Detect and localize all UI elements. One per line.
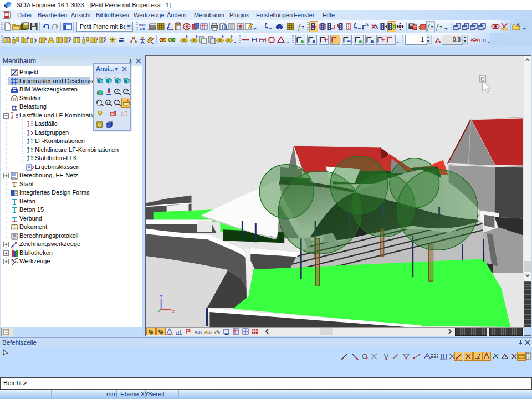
svg-text:x: x bbox=[172, 309, 175, 314]
svg-text:cm: cm bbox=[140, 27, 145, 30]
svg-text:7: 7 bbox=[439, 25, 442, 30]
svg-text:7: 7 bbox=[431, 25, 433, 30]
svg-text:R: R bbox=[116, 102, 118, 105]
svg-text:Z: Z bbox=[114, 77, 116, 80]
svg-text:f: f bbox=[427, 23, 430, 31]
svg-text:z: z bbox=[160, 294, 163, 299]
svg-text:ABC: ABC bbox=[195, 330, 202, 335]
svg-text:mm: mm bbox=[139, 23, 146, 27]
svg-text:f: f bbox=[298, 23, 301, 31]
svg-text:f: f bbox=[436, 23, 439, 31]
svg-text:ABC: ABC bbox=[204, 330, 212, 335]
svg-text:7: 7 bbox=[301, 25, 304, 30]
svg-text:C: C bbox=[98, 122, 101, 127]
